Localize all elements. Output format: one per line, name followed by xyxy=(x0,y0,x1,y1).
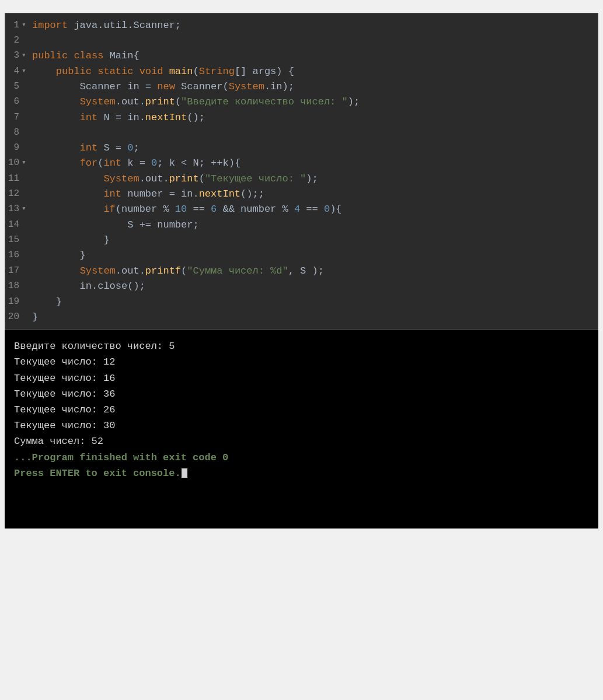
code-content: int number = in.nextInt();; xyxy=(30,187,264,202)
code-line: 10▾ for(int k = 0; k < N; ++k){ xyxy=(5,156,598,171)
fold-arrow[interactable]: ▾ xyxy=(22,156,30,169)
line-number: 11 xyxy=(5,172,22,186)
fold-arrow[interactable]: ▾ xyxy=(22,18,30,31)
line-number: 2 xyxy=(5,33,22,48)
fold-arrow xyxy=(22,33,30,34)
code-line: 13▾ if(number % 10 == 6 && number % 4 ==… xyxy=(5,202,598,217)
code-line: 11 System.out.print("Текущее число: "); xyxy=(5,172,598,187)
code-line: 4▾ public static void main(String[] args… xyxy=(5,64,598,79)
code-content: if(number % 10 == 6 && number % 4 == 0){ xyxy=(30,202,342,217)
fold-arrow xyxy=(22,172,30,173)
console-line: Текущее число: 36 xyxy=(14,386,589,402)
code-line: 15 } xyxy=(5,233,598,248)
console-line: Текущее число: 16 xyxy=(14,370,589,386)
fold-arrow xyxy=(22,94,30,96)
code-content: Scanner in = new Scanner(System.in); xyxy=(30,79,294,94)
code-content: } xyxy=(30,233,110,248)
code-line: 12 int number = in.nextInt();; xyxy=(5,187,598,202)
code-content: int S = 0; xyxy=(30,141,140,156)
console-line: Press ENTER to exit console. xyxy=(14,466,589,481)
code-content: public static void main(String[] args) { xyxy=(30,64,294,79)
fold-arrow xyxy=(22,264,30,265)
code-content: S += number; xyxy=(30,218,199,233)
code-content: System.out.print("Введите количество чис… xyxy=(30,94,360,110)
code-content: import java.util.Scanner; xyxy=(30,18,181,33)
code-editor: 1▾import java.util.Scanner;2 3▾public cl… xyxy=(5,13,598,330)
code-content: public class Main{ xyxy=(30,48,140,64)
fold-arrow xyxy=(22,79,30,80)
code-content: } xyxy=(30,295,62,310)
code-line: 19 } xyxy=(5,295,598,310)
fold-arrow xyxy=(22,233,30,234)
console-output: Введите количество чисел: 5Текущее число… xyxy=(5,330,598,528)
line-number: 13 xyxy=(5,202,22,216)
code-line: 16 } xyxy=(5,248,598,263)
line-number: 17 xyxy=(5,264,22,278)
code-line: 2 xyxy=(5,33,598,48)
line-number: 5 xyxy=(5,79,22,94)
text-cursor xyxy=(182,468,187,478)
line-number: 9 xyxy=(5,141,22,155)
code-line: 14 S += number; xyxy=(5,218,598,233)
code-line: 5 Scanner in = new Scanner(System.in); xyxy=(5,79,598,94)
code-line: 6 System.out.print("Введите количество ч… xyxy=(5,94,598,110)
console-line: Текущее число: 12 xyxy=(14,354,589,370)
code-content: int N = in.nextInt(); xyxy=(30,110,205,125)
fold-arrow[interactable]: ▾ xyxy=(22,202,30,215)
code-content: for(int k = 0; k < N; ++k){ xyxy=(30,156,240,171)
code-content: } xyxy=(30,248,86,263)
fold-arrow xyxy=(22,279,30,280)
console-line: ...Program finished with exit code 0 xyxy=(14,450,589,466)
code-line: 18 in.close(); xyxy=(5,279,598,294)
fold-arrow xyxy=(22,125,30,127)
code-line: 9 int S = 0; xyxy=(5,141,598,156)
code-line: 3▾public class Main{ xyxy=(5,48,598,64)
fold-arrow[interactable]: ▾ xyxy=(22,48,30,61)
line-number: 8 xyxy=(5,125,22,140)
line-number: 20 xyxy=(5,310,22,324)
code-line: 17 System.out.printf("Сумма чисел: %d", … xyxy=(5,264,598,279)
line-number: 12 xyxy=(5,187,22,201)
code-content: System.out.print("Текущее число: "); xyxy=(30,172,318,187)
code-content: in.close(); xyxy=(30,279,145,294)
line-number: 3 xyxy=(5,48,22,63)
console-line: Текущее число: 30 xyxy=(14,418,589,433)
code-line: 7 int N = in.nextInt(); xyxy=(5,110,598,125)
fold-arrow xyxy=(22,141,30,142)
console-line: Введите количество чисел: 5 xyxy=(14,338,589,354)
fold-arrow xyxy=(22,187,30,188)
fold-arrow xyxy=(22,310,30,311)
console-line: Текущее число: 26 xyxy=(14,402,589,418)
code-line: 1▾import java.util.Scanner; xyxy=(5,18,598,33)
line-number: 4 xyxy=(5,64,22,79)
line-number: 10 xyxy=(5,156,22,170)
fold-arrow xyxy=(22,218,30,219)
code-content: System.out.printf("Сумма чисел: %d", S )… xyxy=(30,264,324,279)
line-number: 15 xyxy=(5,233,22,247)
fold-arrow[interactable]: ▾ xyxy=(22,64,30,77)
line-number: 7 xyxy=(5,110,22,125)
code-content: } xyxy=(30,310,38,325)
line-number: 6 xyxy=(5,94,22,109)
console-line: Сумма чисел: 52 xyxy=(14,433,589,449)
fold-arrow xyxy=(22,295,30,296)
code-line: 8 xyxy=(5,125,598,141)
line-number: 1 xyxy=(5,18,22,33)
line-number: 19 xyxy=(5,295,22,309)
code-line: 20 } xyxy=(5,310,598,325)
fold-arrow xyxy=(22,110,30,111)
line-number: 18 xyxy=(5,279,22,293)
page-title xyxy=(0,0,603,13)
line-number: 14 xyxy=(5,218,22,232)
line-number: 16 xyxy=(5,248,22,262)
fold-arrow xyxy=(22,248,30,249)
